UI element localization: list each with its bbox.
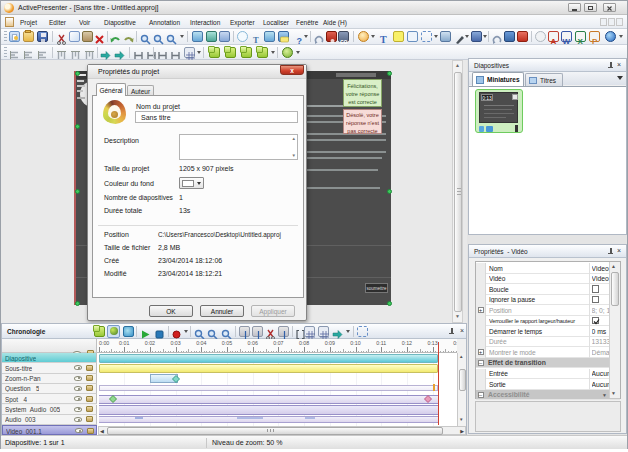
svg-text:co: co <box>340 38 348 45</box>
svg-text:T: T <box>380 34 387 45</box>
svg-text:?: ? <box>297 36 303 46</box>
svg-text:T: T <box>253 35 259 45</box>
